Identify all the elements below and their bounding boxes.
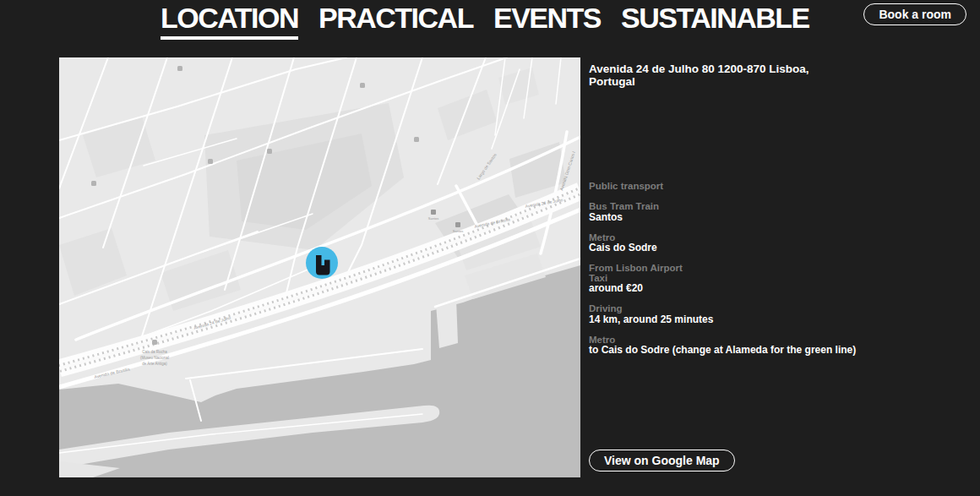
station-icon-santos-1 (431, 210, 436, 215)
nav-tab-sustainable[interactable]: SUSTAINABLE (621, 0, 809, 35)
map-label: Cais da Rocha (142, 350, 167, 354)
map-label: Santos (453, 229, 463, 233)
transport-group-driving: Driving 14 km, around 25 minutes (589, 304, 969, 324)
transport-group-airport-metro: Metro to Cais do Sodre (change at Alamed… (589, 335, 969, 356)
transport-label: Taxi (589, 274, 969, 284)
transport-group-airport-taxi: From Lisbon Airport Taxi around €20 (589, 264, 969, 293)
nav-tab-events[interactable]: EVENTS (493, 0, 601, 35)
book-a-room-button[interactable]: Book a room (863, 3, 966, 25)
hotel-address: Avenida 24 de Julho 80 1200-870 Lisboa, … (589, 63, 842, 88)
public-transport-heading: Public transport (589, 181, 969, 191)
transport-value: Cais do Sodre (589, 243, 969, 253)
nav-tab-practical[interactable]: PRACTICAL (318, 0, 473, 35)
map[interactable]: Avenida 24 de Julho Avenida 24 de Julho … (59, 57, 580, 477)
view-on-google-map-button[interactable]: View on Google Map (589, 450, 735, 471)
map-svg: Avenida 24 de Julho Avenida 24 de Julho … (59, 57, 580, 477)
hotel-marker[interactable] (306, 247, 338, 279)
page: LOCATION PRACTICAL EVENTS SUSTAINABLE Bo… (0, 0, 980, 496)
transport-value: 14 km, around 25 minutes (589, 314, 969, 324)
nav-tab-location[interactable]: LOCATION (161, 0, 298, 40)
location-info-panel: Avenida 24 de Julho 80 1200-870 Lisboa, … (589, 63, 969, 355)
station-icon-santos-2 (455, 222, 460, 227)
transport-label: Bus Tram Train (589, 202, 969, 212)
transport-value: around €20 (589, 283, 969, 293)
transport-label: From Lisbon Airport (589, 264, 969, 274)
map-label: Santos (428, 216, 438, 221)
transport-value: to Cais do Sodre (change at Alameda for … (589, 345, 969, 355)
transport-group-bus-tram-train: Bus Tram Train Santos (589, 202, 969, 222)
map-label: (Museu Nacional (140, 356, 169, 360)
transport-group-metro: Metro Cais do Sodre (589, 233, 969, 253)
map-label: de Arte Antiga) (142, 362, 167, 366)
transport-value: Santos (589, 212, 969, 222)
top-navigation: LOCATION PRACTICAL EVENTS SUSTAINABLE (161, 0, 809, 40)
transport-label: Driving (589, 304, 969, 314)
